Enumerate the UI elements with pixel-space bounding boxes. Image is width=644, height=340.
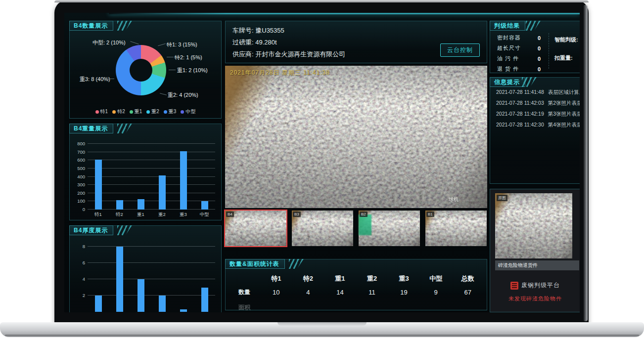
legend-label: 特2 <box>117 108 125 115</box>
thumbnail-image <box>292 211 353 246</box>
bar <box>180 151 187 210</box>
thumbnail-b1[interactable]: B1 <box>425 211 487 246</box>
grading-label: 密封容器 <box>497 34 528 42</box>
vehicle-info-panel: 车牌号: 豫U35355 过磅重: 49.280t 供应商: 开封市金火源再生资… <box>225 21 487 63</box>
donut-hole <box>130 59 152 82</box>
grading-value: 0 <box>528 35 541 41</box>
log-panel-title: 信息提示 <box>490 77 525 87</box>
photo-shading <box>225 66 487 208</box>
callout-line <box>158 43 166 46</box>
grading-row: 油 污 件0 <box>497 55 541 62</box>
legend-dot-icon <box>181 110 184 114</box>
callout-line <box>160 93 167 95</box>
y-tick-label: 200 <box>77 190 85 195</box>
laptop-top-edge <box>54 0 589 2</box>
quantity-panel: B4数量展示 中型: 2 (10%) 特1: 3 (15%) 特2: 1 (5%… <box>69 21 222 119</box>
legend-item[interactable]: 重1 <box>130 108 142 115</box>
y-tick-label: 100 <box>77 198 85 204</box>
bar <box>138 199 144 210</box>
log-time: 2021-07-28 11:42:03 <box>496 97 544 108</box>
laptop-screen-bezel: B4数量展示 中型: 2 (10%) 特1: 3 (15%) 特2: 1 (5%… <box>54 0 589 329</box>
grading-label: 退 货 件 <box>497 65 528 73</box>
detection-caption: 碎渣危险物退货件 <box>495 260 579 270</box>
log-panel: 信息提示 2021-07-28 11:41:48表层区域计算成功2021-07-… <box>490 77 580 184</box>
thickness-bar-chart: 2468 <box>88 247 215 312</box>
detection-image: 原图 <box>495 193 572 258</box>
x-tick-label: 重2 <box>155 212 170 218</box>
grading-label: 超长尺寸 <box>497 44 528 52</box>
grading-row: 超长尺寸0 <box>497 44 541 52</box>
y-tick-label: 500 <box>77 165 85 170</box>
plate-value: 豫U35355 <box>255 27 284 34</box>
laptop-base <box>0 322 644 337</box>
thumbnail-image <box>425 211 487 246</box>
panel-title-decoration <box>522 77 537 87</box>
laptop-right-edge <box>583 5 588 321</box>
table-cell: 特2 <box>292 274 324 283</box>
table-cell: 重1 <box>324 274 356 283</box>
table-cell: 中型 <box>420 274 452 283</box>
legend-dot-icon <box>130 110 133 114</box>
thumbnail-b4[interactable]: B4 <box>225 211 286 246</box>
grading-list: 密封容器0超长尺寸0油 污 件0退 货 件0 <box>497 34 541 76</box>
callout-line <box>169 70 176 70</box>
log-list: 2021-07-28 11:41:48表层区域计算成功2021-07-28 11… <box>496 86 580 130</box>
bar <box>180 309 187 312</box>
dashboard: B4数量展示 中型: 2 (10%) 特1: 3 (15%) 特2: 1 (5%… <box>64 13 580 312</box>
callout-line <box>130 41 138 44</box>
table-row: 面积 <box>229 303 484 312</box>
grading-row: 退 货 件0 <box>497 65 541 73</box>
log-time: 2021-07-28 11:42:19 <box>496 108 544 119</box>
bar <box>159 296 166 312</box>
callout-line <box>107 79 114 79</box>
y-tick-label: 800 <box>77 141 85 146</box>
ptz-control-button[interactable]: 云台控制 <box>440 43 480 57</box>
grading-label: 油 污 件 <box>497 55 528 62</box>
grading-extra-labels: 智能判级:扣重量: <box>554 36 578 73</box>
donut-callout-zhong2: 重2: 4 (20%) <box>168 91 198 99</box>
bar <box>116 200 123 210</box>
quantity-panel-title: B4数量展示 <box>69 21 113 31</box>
camera-label: 球机 <box>449 196 459 203</box>
photo-shading <box>292 211 353 246</box>
supplier-label: 供应商: <box>232 50 254 58</box>
legend-item[interactable]: 特1 <box>95 108 108 115</box>
legend-item[interactable]: 重2 <box>146 108 159 115</box>
vehicle-plate-row: 车牌号: 豫U35355 <box>232 26 284 35</box>
bar-series <box>88 144 215 210</box>
bar <box>159 175 166 210</box>
y-tick-label: 600 <box>77 157 85 163</box>
bar-series <box>88 247 215 312</box>
log-entry: 2021-07-28 11:42:30第4张照片表层开始计算 <box>496 119 580 130</box>
weight-value: 49.280t <box>255 39 276 46</box>
y-tick-label: 700 <box>77 149 85 154</box>
legend-label: 重3 <box>169 108 177 115</box>
panel-title-decoration <box>117 225 132 235</box>
bar <box>138 279 144 312</box>
callout-line <box>167 57 174 57</box>
x-tick-label: 重3 <box>176 212 191 218</box>
thumbnail-badge: B3 <box>293 212 301 217</box>
log-time: 2021-07-28 11:42:30 <box>496 119 544 130</box>
y-tick-label: 300 <box>77 182 85 187</box>
y-tick-label: 6 <box>83 260 85 265</box>
grading-extra-label: 智能判级: <box>554 36 578 43</box>
panel-title-decoration <box>117 124 132 133</box>
thumbnail-b3[interactable]: B3 <box>292 211 353 246</box>
log-entry: 2021-07-28 11:42:19第3张照片表层开始计算 <box>496 108 580 119</box>
panel-title-decoration <box>526 21 541 31</box>
thumbnail-image <box>225 211 286 246</box>
weight-bar-chart: 0100200300400500600700800特1特2重1重2重3中型 <box>88 144 215 210</box>
photo-shading <box>495 193 572 258</box>
legend-item[interactable]: 重3 <box>164 108 177 115</box>
log-message: 第4张照片表层开始计算 <box>548 119 580 130</box>
thumbnail-b2[interactable]: B2 <box>359 211 420 246</box>
greenscreen-patch <box>359 214 371 235</box>
brand-name: 废钢判级平台 <box>521 281 560 290</box>
photo-shading <box>225 211 286 246</box>
y-tick-label: 8 <box>83 244 85 249</box>
bar <box>95 296 102 312</box>
legend-item[interactable]: 中型 <box>181 108 195 115</box>
legend-item[interactable]: 特2 <box>112 108 125 115</box>
table-cell: 19 <box>388 289 420 296</box>
